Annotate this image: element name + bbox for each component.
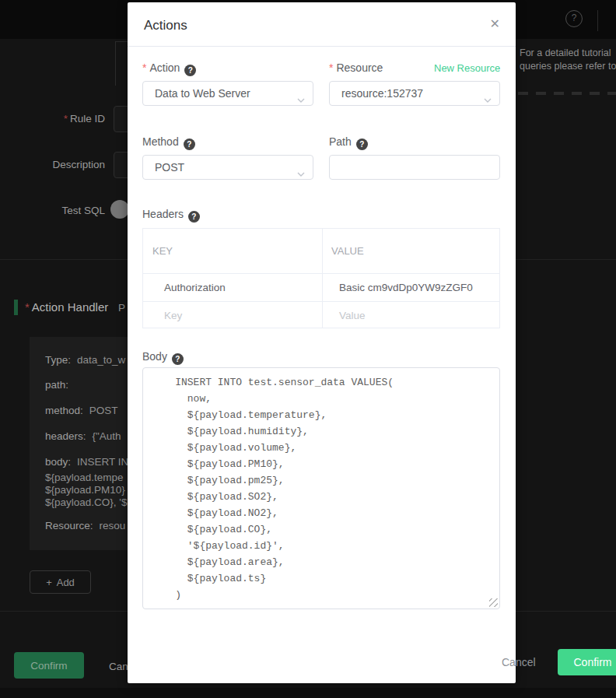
key-column-header: KEY [152, 229, 173, 273]
add-button-label: Add [57, 577, 75, 588]
add-action-button[interactable]: + Add [30, 570, 91, 594]
table-row: Authorization Basic cm9vdDp0YW9zZGF0 [143, 273, 499, 301]
action-select-value: Data to Web Server [155, 87, 250, 100]
resource-select-value: resource:152737 [341, 87, 423, 100]
header-value-cell[interactable]: Basic cm9vdDp0YW9zZGF0 [339, 274, 473, 302]
header-key-cell[interactable]: Authorization [164, 274, 226, 302]
action-select[interactable]: Data to Web Server [142, 81, 313, 106]
headers-table: KEY VALUE Authorization Basic cm9vdDp0YW… [142, 228, 500, 328]
page-bottom-strip [0, 688, 616, 698]
dashed-separator [518, 92, 616, 95]
description-label: Description [0, 159, 105, 170]
card-headers-row: headers:{"Auth [45, 430, 121, 442]
resource-select[interactable]: resource:152737 [329, 81, 500, 106]
rule-id-label: *Rule ID [0, 113, 105, 125]
value-column-header: VALUE [331, 229, 364, 273]
help-icon[interactable]: ? [172, 353, 184, 365]
tutorial-line-1: For a detailed tutorial [520, 47, 616, 60]
action-handler-hint: P [118, 302, 125, 314]
card-body-row: body:INSERT IN [45, 456, 128, 468]
sql-panel-edge [115, 41, 128, 86]
help-icon[interactable]: ? [184, 139, 195, 150]
actions-dialog: Actions ✕ *Action? *Resource New Resourc… [128, 2, 516, 683]
card-body-line4: ${payload.CO}, '$ [45, 496, 127, 508]
card-body-line2: ${payload.tempe [45, 472, 124, 483]
resource-label: *Resource [329, 61, 383, 74]
card-resource-row: Resource:resou [45, 520, 125, 531]
chevron-down-icon [296, 163, 306, 187]
path-label: Path? [329, 135, 368, 150]
required-asterisk: * [64, 113, 68, 125]
new-value-input[interactable]: Value [339, 302, 366, 329]
body-textarea[interactable]: INSERT INTO test.sensor_data VALUES( now… [142, 367, 500, 609]
method-select-value: POST [155, 161, 184, 174]
action-handler-title: *Action Handler [25, 300, 108, 314]
section-accent-bar [14, 300, 18, 315]
help-icon[interactable]: ? [184, 65, 196, 76]
card-method-row: method:POST [45, 405, 118, 416]
navbar-divider [597, 10, 598, 31]
required-asterisk: * [142, 61, 146, 74]
screen: ? For a detailed tutorial queries please… [0, 0, 616, 698]
test-sql-label: Test SQL [0, 205, 105, 216]
plus-icon: + [46, 577, 52, 588]
help-icon[interactable]: ? [188, 211, 200, 223]
required-asterisk: * [25, 300, 30, 314]
test-sql-toggle[interactable] [110, 200, 129, 219]
help-icon[interactable]: ? [356, 139, 368, 150]
action-label: *Action? [142, 61, 196, 76]
help-icon[interactable]: ? [565, 10, 583, 27]
page-confirm-button[interactable]: Confirm [14, 652, 84, 679]
body-label: Body? [142, 350, 184, 365]
required-asterisk: * [329, 61, 333, 74]
method-select[interactable]: POST [142, 155, 313, 180]
tutorial-note: For a detailed tutorial queries please r… [520, 47, 616, 73]
new-resource-link[interactable]: New Resource [434, 62, 500, 74]
dialog-header: Actions ✕ [128, 2, 516, 47]
chevron-down-icon [296, 89, 306, 113]
path-input[interactable] [329, 155, 500, 180]
card-path-row: path: [45, 379, 75, 391]
method-label: Method? [142, 135, 195, 150]
table-row: Key Value [143, 301, 499, 328]
close-icon[interactable]: ✕ [490, 16, 500, 32]
chevron-down-icon [483, 89, 492, 113]
card-type-row: Type:data_to_w [45, 354, 125, 366]
tutorial-line-2: queries please refer to [520, 60, 616, 73]
resize-handle-icon[interactable] [489, 598, 498, 607]
new-key-input[interactable]: Key [164, 302, 182, 329]
confirm-button[interactable]: Confirm [558, 649, 616, 675]
headers-label: Headers? [142, 208, 200, 223]
dialog-title: Actions [144, 18, 187, 33]
cancel-button[interactable]: Cancel [502, 656, 536, 668]
card-body-line3: ${payload.PM10} [45, 484, 125, 496]
